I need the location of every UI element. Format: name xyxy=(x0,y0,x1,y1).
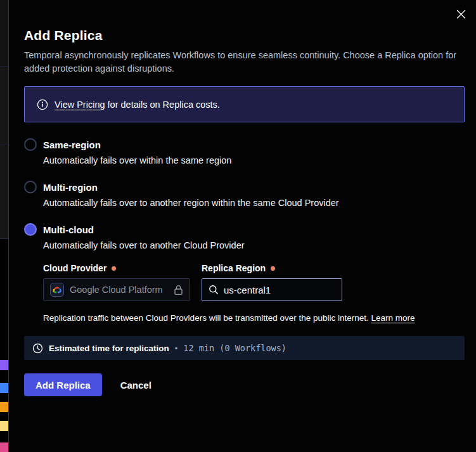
radio-same-region[interactable] xyxy=(24,138,37,151)
option-description: Automatically fails over to another Clou… xyxy=(43,240,465,250)
replica-options: Same-region Automatically fails over wit… xyxy=(24,138,465,323)
public-internet-note-text: Replication traffic between Cloud Provid… xyxy=(43,313,371,323)
required-dot xyxy=(112,266,116,271)
background-row xyxy=(0,67,8,145)
replica-region-search-box[interactable] xyxy=(202,278,342,301)
cloud-provider-label: Cloud Provider xyxy=(43,263,106,273)
screen: Add Replica Temporal asynchronously repl… xyxy=(0,0,476,452)
option-label: Multi-region xyxy=(43,182,98,193)
info-icon xyxy=(37,99,48,110)
add-replica-modal: Add Replica Temporal asynchronously repl… xyxy=(8,0,476,452)
search-icon xyxy=(209,285,219,295)
replica-region-label: Replica Region xyxy=(202,263,266,273)
option-multi-region: Multi-region Automatically fails over to… xyxy=(24,181,465,208)
cloud-provider-field: Cloud Provider xyxy=(43,263,190,301)
required-dot xyxy=(271,266,275,271)
lock-icon xyxy=(174,285,183,295)
background-row xyxy=(0,0,8,67)
estimated-time-label: Estimated time for replication xyxy=(49,344,169,353)
cloud-provider-value: Google Cloud Platform xyxy=(70,285,168,295)
add-replica-button[interactable]: Add Replica xyxy=(24,373,102,396)
option-description: Automatically fails over within the same… xyxy=(43,155,465,165)
multi-cloud-form: Cloud Provider xyxy=(43,263,465,301)
estimated-time-banner: Estimated time for replication • 12 min … xyxy=(24,336,465,360)
option-same-region: Same-region Automatically fails over wit… xyxy=(24,138,465,165)
modal-actions: Add Replica Cancel xyxy=(24,373,465,396)
cloud-provider-select: Google Cloud Platform xyxy=(43,278,190,301)
close-icon[interactable] xyxy=(452,5,470,23)
estimate-separator: • xyxy=(175,344,178,353)
background-color-stripe xyxy=(0,402,8,412)
option-multi-cloud-radio-row[interactable]: Multi-cloud xyxy=(24,223,465,236)
modal-title: Add Replica xyxy=(24,28,465,43)
radio-multi-cloud[interactable] xyxy=(24,223,37,236)
replica-region-field: Replica Region xyxy=(202,263,342,301)
pricing-banner-rest: for details on Replica costs. xyxy=(105,100,220,110)
background-color-stripe xyxy=(0,383,8,393)
radio-multi-region[interactable] xyxy=(24,181,37,193)
option-multi-region-radio-row[interactable]: Multi-region xyxy=(24,181,465,193)
view-pricing-link[interactable]: View Pricing xyxy=(55,100,105,110)
replica-region-input[interactable] xyxy=(224,285,325,295)
public-internet-note: Replication traffic between Cloud Provid… xyxy=(43,313,465,323)
cancel-button[interactable]: Cancel xyxy=(120,380,151,391)
background-page-strip xyxy=(0,0,8,452)
modal-description: Temporal asynchronously replicates Workf… xyxy=(24,49,463,75)
learn-more-link[interactable]: Learn more xyxy=(371,313,415,323)
clock-icon xyxy=(32,343,43,354)
option-label: Same-region xyxy=(43,139,101,150)
option-description: Automatically fails over to another regi… xyxy=(43,198,465,208)
background-color-stripe xyxy=(0,421,8,431)
pricing-info-banner: View Pricing for details on Replica cost… xyxy=(24,86,465,122)
estimated-time-value: 12 min (0 Workflows) xyxy=(183,343,286,353)
background-row xyxy=(0,145,8,239)
option-label: Multi-cloud xyxy=(43,224,94,235)
option-multi-cloud: Multi-cloud Automatically fails over to … xyxy=(24,223,465,323)
background-color-stripe xyxy=(0,360,8,370)
option-same-region-radio-row[interactable]: Same-region xyxy=(24,138,465,151)
pricing-banner-text: View Pricing for details on Replica cost… xyxy=(55,100,220,110)
background-color-stripe xyxy=(0,442,8,452)
gcp-logo-icon xyxy=(50,283,64,297)
